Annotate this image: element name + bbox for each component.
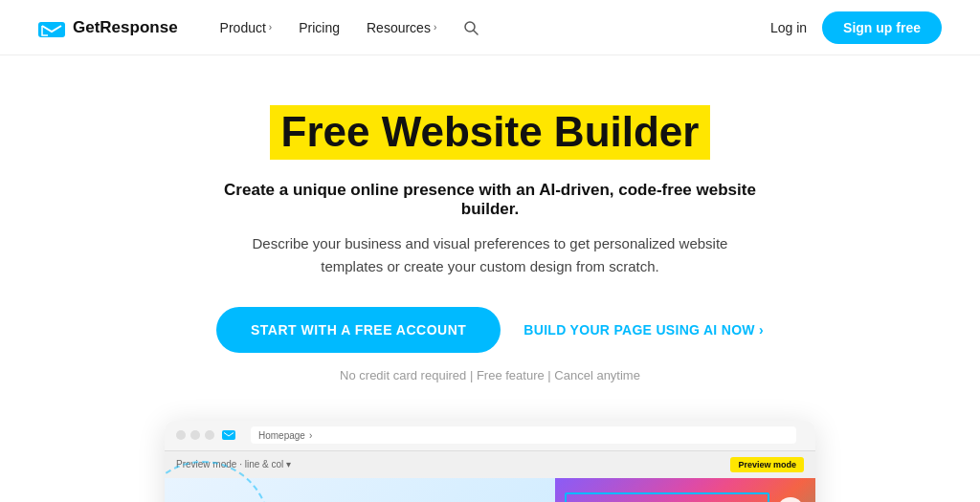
logo-text: GetResponse [73,18,178,37]
nav-right: Log in Sign up free [770,11,942,44]
browser-dot-1 [176,430,186,440]
chevron-down-icon: › [434,22,436,33]
browser-url-bar[interactable]: Homepage › [251,426,796,444]
svg-rect-3 [222,430,235,440]
hero-description: Describe your business and visual prefer… [232,232,748,278]
mail-icon [222,430,235,440]
hero-cta: START WITH A FREE ACCOUNT BUILD YOUR PAG… [216,307,764,353]
browser-preview: Homepage › Preview mode · line & col ▾ P… [165,421,815,502]
logo-icon [38,18,65,37]
chevron-down-icon: › [269,22,272,33]
build-with-ai-link[interactable]: BUILD YOUR PAGE USING AI NOW › [523,322,764,338]
hero-section: Free Website Builder Create a unique onl… [0,55,980,421]
preview-right-panel: × [555,478,815,502]
preview-label: Preview mode [730,457,804,472]
browser-dots [176,430,214,440]
browser-dot-3 [205,430,214,440]
logo[interactable]: GetResponse [38,18,178,37]
hero-subtitle: Create a unique online presence with an … [203,181,777,219]
navbar: GetResponse Product › Pricing Resources … [0,0,980,55]
preview-image: × [555,478,815,502]
nav-item-resources[interactable]: Resources › [355,12,448,43]
preview-body: ↑ × [165,478,815,502]
nav-item-product[interactable]: Product › [209,12,284,43]
url-tab-label: Homepage [258,430,305,441]
preview-top-bar: Preview mode · line & col ▾ Preview mode [165,451,815,478]
search-icon [463,20,479,35]
preview-left-panel: ↑ [165,478,555,502]
nav-links: Product › Pricing Resources › [209,12,763,43]
hero-note: No credit card required | Free feature |… [340,368,640,382]
browser-bar: Homepage › [165,421,815,451]
browser-dot-2 [190,430,200,440]
start-free-account-button[interactable]: START WITH A FREE ACCOUNT [216,307,501,353]
selection-box [565,492,769,502]
svg-line-2 [474,31,478,34]
signup-button[interactable]: Sign up free [822,11,942,44]
login-button[interactable]: Log in [770,20,807,35]
browser-content: Preview mode · line & col ▾ Preview mode… [165,451,815,502]
search-button[interactable] [452,12,490,43]
nav-item-pricing[interactable]: Pricing [287,12,351,43]
hero-title: Free Website Builder [270,105,711,160]
